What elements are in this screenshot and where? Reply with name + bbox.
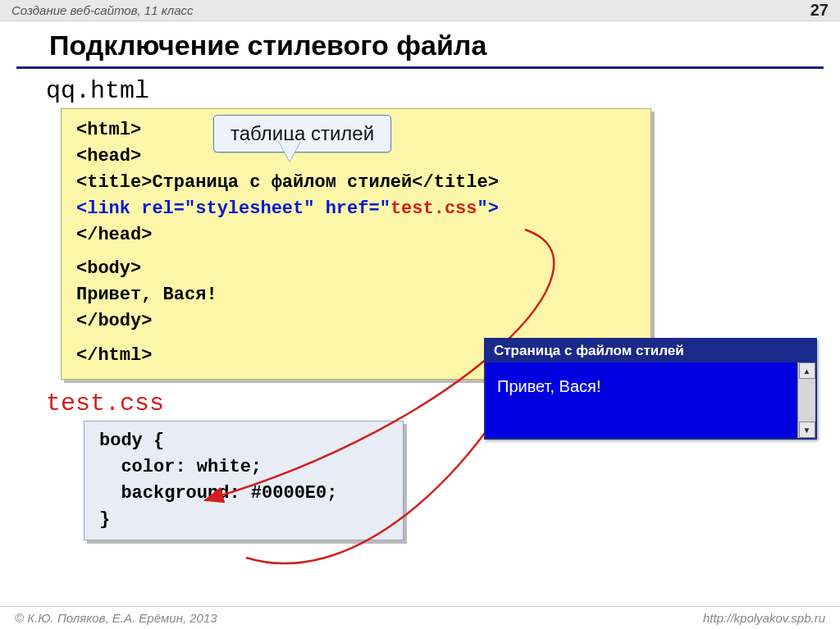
- callout-styletable: таблица стилей: [213, 115, 391, 153]
- code-line: <body>: [76, 256, 636, 282]
- code-line: color: white;: [99, 454, 388, 481]
- code-line: <title>Страница с файлом стилей</title>: [76, 170, 636, 196]
- course-label: Создание веб-сайтов, 11 класс: [11, 3, 194, 17]
- browser-preview: Страница с файлом стилей Привет, Вася! ▲…: [484, 338, 817, 440]
- content-area: qq.html <html> <head> <title>Страница с …: [0, 77, 840, 540]
- page-title: Подключение стилевого файла: [16, 21, 824, 69]
- code-line: Привет, Вася!: [76, 282, 636, 308]
- css-code-box: body { color: white; background: #0000E0…: [84, 421, 404, 540]
- scroll-up-icon[interactable]: ▲: [799, 362, 815, 379]
- code-line: body {: [99, 428, 388, 454]
- footer-url: http://kpolyakov.spb.ru: [703, 611, 825, 625]
- footer-bar: © К.Ю. Поляков, Е.А. Ерёмин, 2013 http:/…: [0, 606, 840, 629]
- code-line: }: [99, 507, 388, 533]
- html-filename: qq.html: [46, 77, 807, 105]
- code-line: </head>: [76, 222, 636, 248]
- browser-body: Привет, Вася! ▲ ▼: [486, 362, 815, 438]
- browser-scrollbar[interactable]: ▲ ▼: [797, 362, 815, 438]
- code-line-link: <link rel="stylesheet" href="test.css">: [76, 196, 636, 222]
- footer-copyright: © К.Ю. Поляков, Е.А. Ерёмин, 2013: [15, 611, 217, 625]
- header-bar: Создание веб-сайтов, 11 класс 27: [0, 0, 840, 21]
- browser-content: Привет, Вася!: [486, 362, 797, 438]
- code-line: background: #0000E0;: [99, 481, 388, 507]
- code-line: </body>: [76, 308, 636, 335]
- scroll-down-icon[interactable]: ▼: [799, 422, 815, 438]
- page-number: 27: [810, 1, 829, 20]
- browser-titlebar: Страница с файлом стилей: [486, 340, 815, 362]
